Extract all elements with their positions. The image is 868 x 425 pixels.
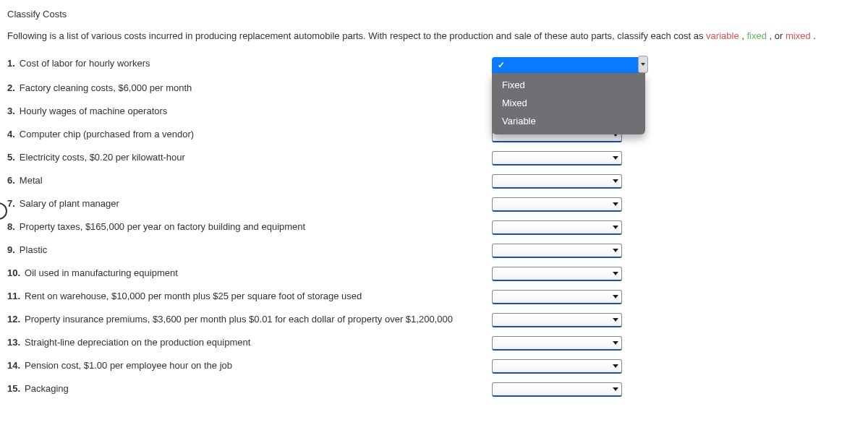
item-number: 8. — [7, 220, 15, 233]
item-text: 13.Straight-line depreciation on the pro… — [7, 336, 485, 349]
item-number: 9. — [7, 244, 15, 257]
item-number: 13. — [7, 336, 20, 349]
select-wrap — [492, 220, 622, 235]
item-label: Computer chip (purchased from a vendor) — [20, 128, 194, 141]
item-number: 12. — [7, 313, 20, 326]
chevron-down-icon — [613, 387, 618, 391]
intro-variable: variable — [706, 30, 739, 41]
section-title: Classify Costs — [7, 9, 861, 20]
select-option[interactable]: Mixed — [492, 94, 645, 112]
list-item: 10.Oil used in manufacturing equipment — [7, 262, 861, 286]
chevron-down-icon — [613, 156, 618, 160]
item-label: Rent on warehouse, $10,000 per month plu… — [25, 290, 362, 303]
chevron-down-icon — [613, 295, 618, 299]
cost-type-select-open[interactable]: ✓FixedMixedVariable — [492, 57, 645, 73]
cost-type-select[interactable] — [492, 290, 622, 304]
item-label: Hourly wages of machine operators — [20, 105, 168, 118]
item-number: 1. — [7, 57, 15, 70]
item-text: 7.Salary of plant manager — [7, 197, 485, 210]
cost-type-select[interactable] — [492, 359, 622, 374]
list-item: 3.Hourly wages of machine operators — [7, 100, 861, 124]
item-text: 4.Computer chip (purchased from a vendor… — [7, 128, 485, 141]
item-text: 1.Cost of labor for hourly workers — [7, 57, 485, 70]
select-wrap: ✓FixedMixedVariable — [492, 57, 645, 73]
item-number: 3. — [7, 105, 15, 118]
check-icon: ✓ — [498, 60, 505, 70]
select-wrap — [492, 382, 622, 397]
item-number: 15. — [7, 382, 20, 395]
list-item: 8.Property taxes, $165,000 per year on f… — [7, 216, 861, 239]
cost-type-select[interactable] — [492, 382, 622, 397]
list-item: 1.Cost of labor for hourly workers✓Fixed… — [7, 53, 861, 77]
item-label: Electricity costs, $0.20 per kilowatt-ho… — [20, 151, 185, 164]
item-text: 12.Property insurance premiums, $3,600 p… — [7, 313, 485, 326]
select-wrap — [492, 313, 622, 327]
item-text: 2.Factory cleaning costs, $6,000 per mon… — [7, 82, 485, 95]
cost-type-select[interactable] — [492, 267, 622, 281]
item-label: Metal — [20, 174, 43, 187]
list-item: 15.Packaging — [7, 378, 861, 401]
cost-type-select[interactable] — [492, 220, 622, 235]
item-label: Factory cleaning costs, $6,000 per month — [20, 82, 192, 95]
cost-type-select[interactable] — [492, 336, 622, 351]
chevron-down-icon — [613, 179, 618, 183]
chevron-down-icon — [613, 272, 618, 275]
item-number: 11. — [7, 290, 20, 303]
chevron-down-icon — [613, 226, 618, 229]
list-item: 5.Electricity costs, $0.20 per kilowatt-… — [7, 147, 861, 170]
list-item: 13.Straight-line depreciation on the pro… — [7, 332, 861, 355]
select-wrap — [492, 174, 622, 189]
cost-type-select[interactable] — [492, 313, 622, 327]
item-text: 6.Metal — [7, 174, 485, 187]
item-label: Straight-line depreciation on the produc… — [25, 336, 250, 349]
item-label: Packaging — [25, 382, 69, 395]
cost-type-select[interactable] — [492, 151, 622, 166]
page-indicator-circle — [0, 202, 7, 220]
item-text: 8.Property taxes, $165,000 per year on f… — [7, 220, 485, 233]
select-wrap — [492, 197, 622, 212]
select-wrap — [492, 336, 622, 351]
select-wrap — [492, 244, 622, 258]
item-number: 14. — [7, 359, 20, 372]
cost-type-select[interactable] — [492, 174, 622, 189]
chevron-down-icon — [613, 249, 618, 252]
item-number: 6. — [7, 174, 15, 187]
cost-type-select[interactable] — [492, 244, 622, 258]
chevron-down-icon[interactable] — [638, 56, 648, 73]
chevron-down-icon — [613, 202, 618, 206]
item-text: 5.Electricity costs, $0.20 per kilowatt-… — [7, 151, 485, 164]
item-text: 15.Packaging — [7, 382, 485, 395]
item-number: 4. — [7, 128, 15, 141]
intro-mixed: mixed — [786, 30, 811, 41]
cost-type-select[interactable] — [492, 197, 622, 212]
items-list: 1.Cost of labor for hourly workers✓Fixed… — [7, 53, 861, 401]
item-number: 2. — [7, 82, 15, 95]
select-wrap — [492, 290, 622, 304]
list-item: 2.Factory cleaning costs, $6,000 per mon… — [7, 77, 861, 100]
chevron-down-icon — [613, 341, 618, 345]
item-label: Property taxes, $165,000 per year on fac… — [20, 220, 305, 233]
intro-suffix: . — [813, 30, 816, 41]
instructions-text: Following is a list of various costs inc… — [7, 30, 861, 43]
item-text: 3.Hourly wages of machine operators — [7, 105, 485, 118]
list-item: 11.Rent on warehouse, $10,000 per month … — [7, 286, 861, 309]
item-label: Plastic — [20, 244, 47, 257]
item-number: 10. — [7, 267, 20, 280]
list-item: 6.Metal — [7, 170, 861, 193]
select-wrap — [492, 151, 622, 166]
select-option[interactable]: Fixed — [492, 76, 645, 94]
select-wrap — [492, 359, 622, 374]
item-label: Property insurance premiums, $3,600 per … — [25, 313, 453, 326]
list-item: 7.Salary of plant manager — [7, 193, 861, 216]
intro-sep1: , — [741, 30, 746, 41]
item-text: 9.Plastic — [7, 244, 485, 257]
list-item: 12.Property insurance premiums, $3,600 p… — [7, 309, 861, 332]
item-number: 5. — [7, 151, 15, 164]
select-selected-blank[interactable]: ✓ — [492, 57, 645, 73]
select-option[interactable]: Variable — [492, 112, 645, 130]
list-item: 4.Computer chip (purchased from a vendor… — [7, 124, 861, 147]
chevron-down-icon — [613, 318, 618, 322]
list-item: 9.Plastic — [7, 239, 861, 262]
chevron-down-icon — [613, 364, 618, 368]
select-options-list: FixedMixedVariable — [492, 73, 645, 134]
